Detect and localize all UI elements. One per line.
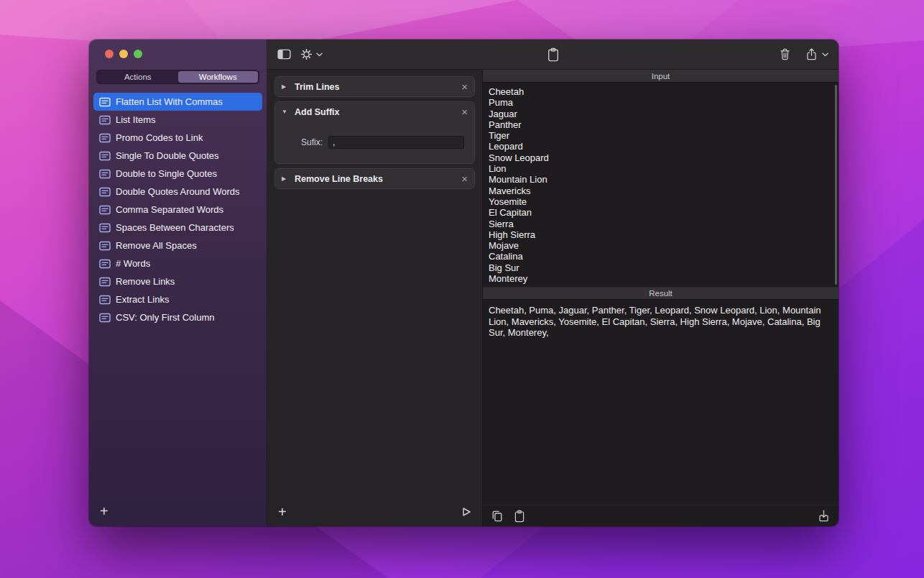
close-icon[interactable]: × bbox=[461, 81, 468, 92]
workflow-icon bbox=[99, 133, 111, 143]
window-controls bbox=[89, 40, 267, 58]
workflow-icon bbox=[99, 205, 111, 215]
workflow-label: Extract Links bbox=[116, 294, 169, 305]
workflow-label: Comma Separated Words bbox=[116, 204, 223, 215]
workflow-icon bbox=[99, 97, 111, 107]
save-result-button[interactable] bbox=[818, 509, 830, 523]
workflow-label: Double Quotes Around Words bbox=[116, 186, 239, 197]
delete-button[interactable] bbox=[779, 47, 791, 61]
trash-icon bbox=[779, 47, 791, 61]
action-card-title: Trim Lines bbox=[295, 82, 456, 92]
sidebar-item-flatten-list-with-commas[interactable]: Flatten List With Commas bbox=[93, 93, 262, 111]
input-line: Mountain Lion bbox=[489, 174, 828, 185]
sidebar-item-comma-separated-words[interactable]: Comma Separated Words bbox=[93, 201, 262, 219]
save-download-icon bbox=[818, 509, 830, 523]
toolbar bbox=[267, 40, 838, 70]
play-icon bbox=[461, 507, 471, 517]
io-footer bbox=[483, 505, 838, 526]
workflow-icon bbox=[99, 187, 111, 197]
share-button[interactable] bbox=[805, 47, 828, 61]
sidebar-toggle-button[interactable] bbox=[277, 49, 291, 60]
sidebar-item-extract-links[interactable]: Extract Links bbox=[93, 290, 262, 308]
action-card-add-suffix[interactable]: ▼ Add Suffix × Sufix: bbox=[274, 101, 475, 164]
copy-result-button[interactable] bbox=[491, 510, 503, 523]
workflow-label: Double to Single Quotes bbox=[116, 168, 217, 179]
sidebar-item-promo-codes-to-link[interactable]: Promo Codes to Link bbox=[93, 129, 262, 147]
tab-actions[interactable]: Actions bbox=[98, 71, 178, 83]
chevron-down-icon bbox=[822, 52, 828, 57]
sidebar-item-double-to-single-quotes[interactable]: Double to Single Quotes bbox=[93, 165, 262, 183]
gear-icon bbox=[300, 48, 313, 60]
action-card-remove-line-breaks[interactable]: ▶ Remove Line Breaks × bbox=[274, 168, 475, 189]
minimize-window-button[interactable] bbox=[119, 50, 128, 58]
close-icon[interactable]: × bbox=[461, 173, 468, 184]
content: ▶ Trim Lines × ▼ Add Suffix × Sufix: bbox=[267, 70, 838, 526]
sidebar-segmented-control: Actions Workflows bbox=[96, 70, 259, 84]
actions-footer: + bbox=[267, 497, 482, 526]
paste-icon bbox=[514, 510, 525, 523]
action-card-title: Remove Line Breaks bbox=[295, 174, 456, 184]
workflow-label: Spaces Between Characters bbox=[116, 222, 234, 233]
workflow-label: Single To Double Quotes bbox=[116, 150, 219, 161]
workflow-label: List Items bbox=[116, 114, 156, 125]
add-action-button[interactable]: + bbox=[278, 505, 287, 519]
suffix-input[interactable] bbox=[328, 136, 464, 149]
sidebar-item-words-count[interactable]: # Words bbox=[93, 254, 262, 272]
input-line: Puma bbox=[489, 97, 828, 108]
input-header: Input bbox=[483, 70, 838, 83]
sidebar-item-csv-only-first-column[interactable]: CSV: Only First Column bbox=[93, 308, 262, 326]
workflow-icon bbox=[99, 313, 111, 323]
chevron-down-icon bbox=[316, 52, 323, 57]
disclosure-triangle-icon[interactable]: ▼ bbox=[282, 109, 289, 115]
app-window: Actions Workflows Flatten List With Comm… bbox=[89, 40, 838, 526]
workflow-icon bbox=[99, 259, 111, 269]
close-icon[interactable]: × bbox=[461, 106, 468, 117]
workflow-label: Flatten List With Commas bbox=[116, 96, 223, 107]
disclosure-triangle-icon[interactable]: ▶ bbox=[282, 83, 289, 90]
io-panel: Input Cheetah Puma Jaguar Panther Tiger … bbox=[483, 70, 838, 526]
input-line: Tiger bbox=[489, 130, 828, 141]
input-line: High Sierra bbox=[489, 229, 828, 240]
sidebar-footer: + bbox=[89, 504, 267, 526]
add-workflow-button[interactable]: + bbox=[100, 503, 108, 519]
input-area[interactable]: Cheetah Puma Jaguar Panther Tiger Leopar… bbox=[483, 83, 838, 287]
workflow-icon bbox=[99, 223, 111, 233]
workflow-icon bbox=[99, 277, 111, 287]
settings-button[interactable] bbox=[300, 48, 323, 60]
workflow-icon bbox=[99, 241, 111, 251]
share-icon bbox=[805, 47, 818, 61]
input-line: Lion bbox=[489, 163, 828, 174]
input-line: Snow Leopard bbox=[489, 152, 828, 163]
tab-workflows[interactable]: Workflows bbox=[178, 71, 259, 83]
workflow-label: CSV: Only First Column bbox=[116, 312, 215, 323]
result-area: Cheetah, Puma, Jaguar, Panther, Tiger, L… bbox=[483, 300, 838, 505]
workflow-label: Promo Codes to Link bbox=[116, 132, 203, 143]
action-card-trim-lines[interactable]: ▶ Trim Lines × bbox=[274, 76, 475, 97]
sidebar-item-double-quotes-around-words[interactable]: Double Quotes Around Words bbox=[93, 183, 262, 201]
input-line: Monterey bbox=[489, 273, 828, 284]
close-window-button[interactable] bbox=[105, 50, 114, 58]
input-line: Catalina bbox=[489, 251, 828, 262]
input-line: Jaguar bbox=[489, 109, 828, 119]
workflow-label: Remove All Spaces bbox=[116, 240, 197, 251]
run-workflow-button[interactable] bbox=[461, 507, 471, 517]
workflow-label: Remove Links bbox=[116, 276, 175, 287]
sidebar-toggle-icon bbox=[277, 49, 291, 60]
paste-button[interactable] bbox=[547, 47, 560, 62]
disclosure-triangle-icon[interactable]: ▶ bbox=[282, 175, 289, 182]
zoom-window-button[interactable] bbox=[134, 50, 142, 58]
sidebar-item-remove-all-spaces[interactable]: Remove All Spaces bbox=[93, 237, 262, 254]
sidebar-item-list-items[interactable]: List Items bbox=[93, 111, 262, 129]
copy-icon bbox=[491, 510, 503, 523]
sidebar-item-single-to-double-quotes[interactable]: Single To Double Quotes bbox=[93, 147, 262, 165]
scrollbar[interactable] bbox=[835, 85, 837, 285]
input-line: Big Sur bbox=[489, 262, 828, 273]
sidebar-item-spaces-between-characters[interactable]: Spaces Between Characters bbox=[93, 219, 262, 237]
workflow-icon bbox=[99, 115, 111, 125]
workflow-icon bbox=[99, 295, 111, 305]
sidebar-item-remove-links[interactable]: Remove Links bbox=[93, 272, 262, 290]
input-line: Mavericks bbox=[489, 185, 828, 196]
workflow-label: # Words bbox=[116, 258, 150, 269]
paste-input-button[interactable] bbox=[514, 510, 525, 523]
input-line: Sierra bbox=[489, 219, 828, 229]
